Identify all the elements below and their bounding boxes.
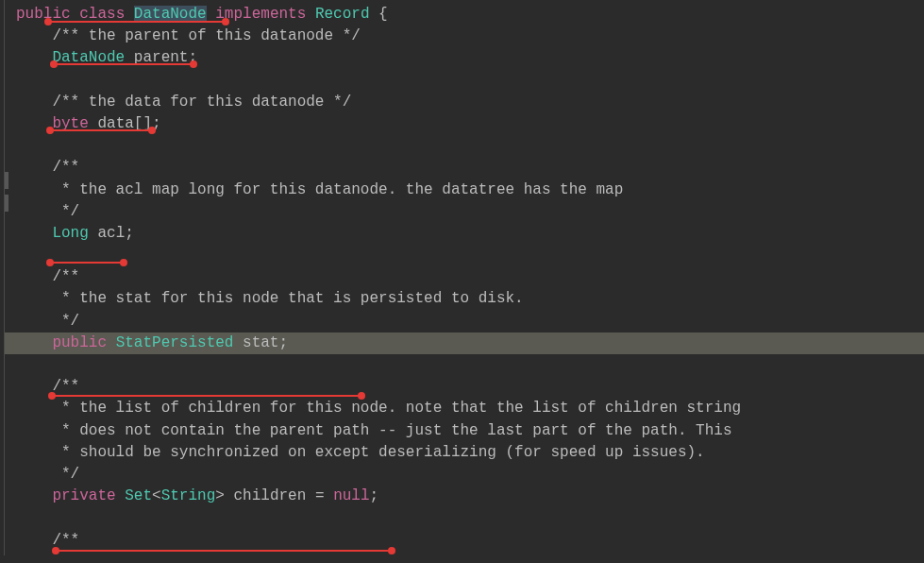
code-line[interactable] <box>5 354 924 376</box>
comment: * does not contain the parent path -- ju… <box>52 422 731 439</box>
equals: = <box>315 487 325 504</box>
code-line-highlighted[interactable]: public StatPersisted stat; <box>5 333 924 354</box>
comment: /** <box>52 378 79 395</box>
type-name: Record <box>315 6 370 23</box>
code-line[interactable]: * should be synchronized on except deser… <box>5 442 924 464</box>
code-line[interactable]: */ <box>5 464 924 486</box>
keyword-null: null <box>333 487 369 504</box>
code-line[interactable] <box>5 507 924 529</box>
code-line[interactable]: * does not contain the parent path -- ju… <box>5 420 924 442</box>
comment: * should be synchronized on except deser… <box>52 444 704 461</box>
comment: /** the parent of this datanode */ <box>52 27 360 44</box>
code-line[interactable]: */ <box>5 311 924 333</box>
code-line[interactable] <box>5 135 924 157</box>
code-line[interactable] <box>5 245 924 266</box>
comment: /** <box>52 268 79 285</box>
brace: { <box>378 6 388 23</box>
keyword-private: private <box>52 487 115 504</box>
code-line[interactable]: /** <box>5 266 924 288</box>
annotation-underline <box>53 63 194 65</box>
code-line[interactable] <box>5 70 924 92</box>
type-name: String <box>161 487 216 504</box>
code-line[interactable]: Long acl; <box>5 223 924 245</box>
semicolon: ; <box>370 487 379 504</box>
comment: */ <box>52 203 79 220</box>
code-line[interactable]: * the list of children for this node. no… <box>5 398 924 419</box>
type-name: Set <box>125 487 152 504</box>
semicolon: ; <box>278 334 288 351</box>
comment: * the acl map long for this datanode. th… <box>52 181 623 198</box>
code-line[interactable]: */ <box>5 201 924 223</box>
comment: */ <box>52 466 79 483</box>
code-line[interactable]: /** <box>5 157 924 179</box>
code-line[interactable]: /** <box>5 530 924 552</box>
annotation-underline <box>51 395 362 397</box>
angle-lt: < <box>152 487 161 504</box>
comment: /** <box>52 532 79 549</box>
type-name: Long <box>52 225 88 242</box>
comment: * the list of children for this node. no… <box>52 400 741 417</box>
identifier: stat <box>243 334 278 351</box>
annotation-underline <box>49 262 125 264</box>
code-editor[interactable]: public class DataNode implements Record … <box>4 0 924 555</box>
annotation-underline <box>55 550 393 552</box>
identifier: children <box>233 487 306 504</box>
comment: */ <box>52 313 79 330</box>
angle-gt: > <box>215 487 225 504</box>
code-line[interactable]: private Set<String> children = null; <box>5 486 924 507</box>
type-name: StatPersisted <box>116 334 234 351</box>
code-line[interactable]: * the stat for this node that is persist… <box>5 288 924 310</box>
comment: /** <box>52 159 79 176</box>
code-line[interactable]: byte data[]; <box>5 113 924 135</box>
code-line[interactable]: * the acl map long for this datanode. th… <box>5 179 924 201</box>
keyword-public: public <box>52 334 107 351</box>
semicolon: ; <box>125 225 134 242</box>
annotation-underline <box>49 129 153 131</box>
comment: /** the data for this datanode */ <box>52 94 351 111</box>
comment: * the stat for this node that is persist… <box>52 290 523 307</box>
code-line[interactable]: /** the parent of this datanode */ <box>5 26 924 47</box>
annotation-underline <box>47 21 227 23</box>
code-line[interactable]: /** the data for this datanode */ <box>5 92 924 113</box>
identifier: acl <box>97 225 125 242</box>
code-line[interactable]: DataNode parent; <box>5 47 924 69</box>
